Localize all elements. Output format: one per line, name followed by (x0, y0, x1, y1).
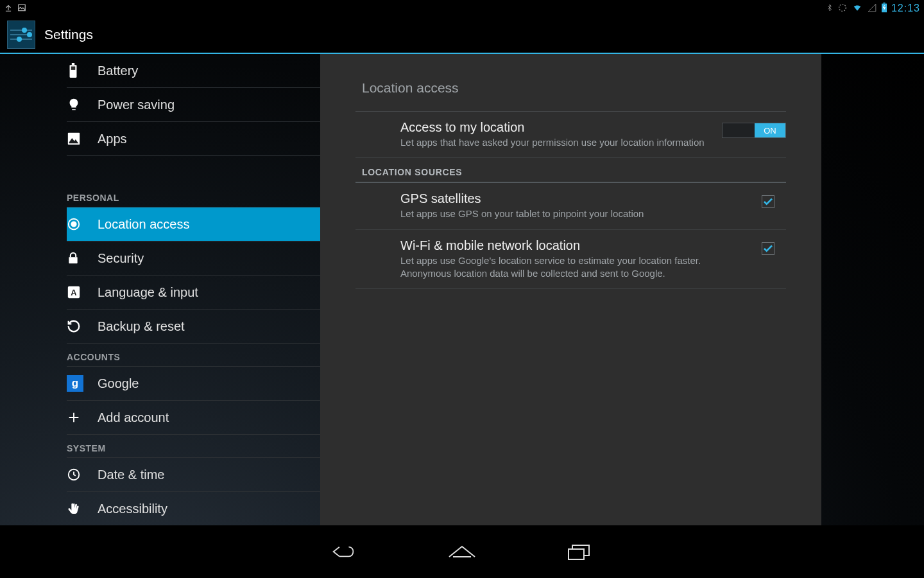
sidebar-item-accessibility[interactable]: Accessibility (67, 492, 320, 525)
settings-sidebar: Battery Power saving Apps PERSONAL (0, 54, 320, 525)
detail-pane: Location access Access to my location Le… (320, 54, 821, 525)
location-sources-header: LOCATION SOURCES (355, 158, 786, 183)
sidebar-category-accounts: ACCOUNTS (67, 344, 320, 367)
sidebar-item-label: Language & input (98, 285, 198, 300)
setting-title: Wi-Fi & mobile network location (400, 238, 734, 253)
sidebar-item-google[interactable]: g Google (67, 367, 320, 401)
language-icon: A (67, 285, 98, 299)
svg-rect-3 (883, 3, 885, 4)
navigation-bar (0, 525, 924, 578)
setting-wifi-location[interactable]: Wi-Fi & mobile network location Let apps… (355, 230, 786, 290)
battery-status-icon (881, 3, 887, 15)
sidebar-category-personal: PERSONAL (67, 184, 320, 207)
svg-point-1 (839, 4, 846, 11)
sidebar-item-label: Backup & reset (98, 319, 185, 334)
gps-checkbox[interactable] (762, 195, 774, 208)
sidebar-item-label: Date & time (98, 468, 164, 482)
sidebar-category-system: SYSTEM (67, 435, 320, 458)
wifi-location-checkbox[interactable] (762, 242, 774, 255)
location-icon (67, 217, 98, 231)
gps-ring-icon (837, 3, 848, 15)
toggle-on-label: ON (755, 123, 785, 137)
sidebar-item-label: Apps (98, 132, 127, 146)
setting-title: Access to my location (400, 120, 705, 135)
status-clock: 12:13 (891, 3, 920, 14)
home-button[interactable] (443, 539, 481, 565)
recents-button[interactable] (560, 539, 598, 565)
hand-icon (67, 502, 98, 516)
setting-gps[interactable]: GPS satellites Let apps use GPS on your … (355, 183, 786, 229)
bluetooth-icon (826, 3, 834, 15)
plus-icon (67, 410, 98, 425)
bulb-icon (67, 97, 98, 112)
svg-rect-11 (69, 257, 77, 263)
picture-icon (17, 3, 27, 14)
sidebar-item-date-time[interactable]: Date & time (67, 458, 320, 492)
lock-icon (67, 251, 98, 265)
sidebar-item-apps[interactable]: Apps (67, 122, 320, 156)
svg-point-9 (71, 222, 76, 226)
setting-title: GPS satellites (400, 191, 644, 206)
sidebar-item-label: Battery (98, 64, 138, 78)
sidebar-item-power-saving[interactable]: Power saving (67, 88, 320, 122)
action-bar: Settings (0, 17, 924, 54)
sidebar-item-security[interactable]: Security (67, 241, 320, 276)
back-button[interactable] (326, 539, 364, 565)
sidebar-item-label: Add account (98, 410, 169, 425)
svg-rect-7 (71, 66, 76, 69)
sidebar-item-add-account[interactable]: Add account (67, 401, 320, 435)
status-bar: 12:13 (0, 0, 924, 17)
detail-title: Location access (355, 74, 786, 111)
sidebar-item-battery[interactable]: Battery (67, 54, 320, 88)
access-location-toggle[interactable]: ON (722, 123, 786, 138)
sidebar-item-backup[interactable]: Backup & reset (67, 310, 320, 344)
svg-rect-15 (569, 549, 584, 559)
sidebar-item-label: Accessibility (98, 502, 167, 516)
svg-text:A: A (71, 288, 76, 297)
google-icon: g (67, 375, 98, 392)
wifi-icon (851, 3, 863, 14)
sidebar-item-location-access[interactable]: Location access (67, 207, 320, 241)
settings-app-icon[interactable] (7, 21, 35, 49)
apps-icon (67, 132, 98, 146)
svg-rect-5 (72, 63, 74, 65)
sidebar-item-label: Power saving (98, 98, 175, 112)
setting-access-location[interactable]: Access to my location Let apps that have… (355, 112, 786, 158)
setting-subtitle: Let apps that have asked your permission… (400, 136, 705, 149)
sidebar-item-language[interactable]: A Language & input (67, 276, 320, 310)
setting-subtitle: Let apps use Google's location service t… (400, 254, 734, 281)
action-bar-title: Settings (44, 27, 93, 42)
sidebar-item-label: Security (98, 251, 144, 266)
upload-icon (4, 3, 13, 14)
battery-icon (67, 63, 98, 78)
sidebar-item-label: Location access (98, 217, 189, 232)
signal-icon (867, 3, 877, 14)
restore-icon (67, 319, 98, 333)
sidebar-item-label: Google (98, 376, 139, 391)
setting-subtitle: Let apps use GPS on your tablet to pinpo… (400, 207, 644, 220)
clock-icon (67, 468, 98, 482)
